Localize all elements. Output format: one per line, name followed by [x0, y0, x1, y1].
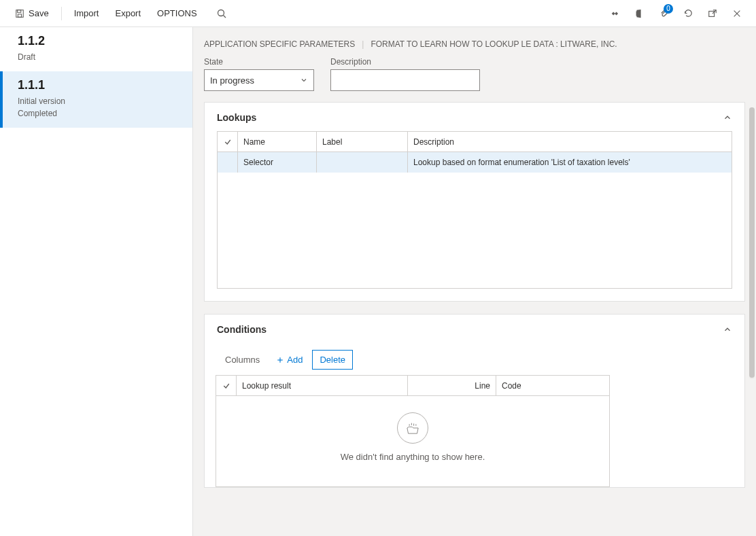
lookups-title: Lookups — [217, 112, 256, 123]
svg-rect-6 — [615, 12, 618, 15]
header-fields: State In progress Description — [193, 57, 756, 102]
version-subtitle: Initial version — [18, 95, 177, 107]
plus-icon — [276, 356, 284, 364]
cell-name: Selector — [238, 152, 317, 173]
breadcrumb-separator: | — [362, 39, 364, 49]
chevron-up-icon — [723, 325, 732, 334]
options-button[interactable]: OPTIONS — [150, 4, 204, 22]
search-icon — [216, 8, 227, 19]
empty-folder-icon — [397, 412, 428, 444]
column-select[interactable] — [216, 376, 237, 396]
conditions-header[interactable]: Conditions — [205, 315, 744, 343]
search-button[interactable] — [211, 3, 233, 24]
svg-rect-5 — [612, 12, 615, 15]
row-select[interactable] — [218, 152, 238, 173]
refresh-icon — [683, 8, 693, 18]
close-button[interactable] — [726, 3, 748, 24]
column-name[interactable]: Name — [238, 132, 317, 152]
columns-button[interactable]: Columns — [218, 351, 267, 369]
refresh-button[interactable] — [677, 3, 699, 24]
check-icon — [224, 138, 232, 146]
column-lookup-result[interactable]: Lookup result — [237, 376, 408, 396]
version-title: 1.1.1 — [18, 78, 177, 92]
import-button[interactable]: Import — [67, 4, 106, 22]
description-label: Description — [330, 57, 480, 67]
version-status: Draft — [18, 51, 177, 63]
delete-button[interactable]: Delete — [312, 350, 353, 370]
description-input[interactable] — [330, 69, 480, 91]
version-status: Completed — [18, 107, 177, 120]
table-header-row: Lookup result Line Code — [216, 376, 609, 396]
lookups-table: Name Label Description Selector Lookup b… — [217, 131, 732, 289]
breadcrumb-right: FORMAT TO LEARN HOW TO LOOKUP LE DATA : … — [371, 39, 617, 49]
check-icon — [222, 382, 230, 390]
column-select[interactable] — [218, 132, 238, 152]
cell-label — [317, 152, 408, 173]
column-line[interactable]: Line — [408, 376, 496, 396]
table-empty-space — [218, 173, 732, 288]
main-content: APPLICATION SPECIFIC PARAMETERS | FORMAT… — [193, 27, 756, 536]
separator — [61, 7, 62, 20]
action-toolbar: Save Import Export OPTIONS 0 — [0, 0, 756, 27]
svg-rect-7 — [709, 11, 715, 16]
table-header-row: Name Label Description — [218, 132, 732, 152]
lookups-header[interactable]: Lookups — [205, 103, 744, 131]
connector-icon-button[interactable] — [604, 3, 625, 24]
close-icon — [732, 9, 742, 18]
save-label: Save — [29, 8, 49, 18]
conditions-toolbar: Columns Add Delete — [205, 343, 744, 375]
chevron-up-icon — [723, 113, 732, 122]
diamond-icon — [610, 9, 619, 18]
version-item-111[interactable]: 1.1.1 Initial version Completed — [0, 71, 192, 128]
attachments-button[interactable]: 0 — [653, 3, 674, 24]
office-icon-button[interactable] — [628, 3, 650, 24]
state-value: In progress — [210, 75, 254, 86]
empty-state: We didn't find anything to show here. — [216, 396, 609, 486]
add-button[interactable]: Add — [269, 351, 309, 369]
empty-text: We didn't find anything to show here. — [341, 452, 485, 462]
state-select[interactable]: In progress — [204, 69, 314, 91]
scrollbar-thumb[interactable] — [749, 107, 755, 378]
conditions-table: Lookup result Line Code — [216, 375, 610, 487]
svg-rect-2 — [18, 14, 21, 16]
scrollbar[interactable] — [749, 107, 755, 379]
column-label[interactable]: Label — [317, 132, 408, 152]
popout-icon — [708, 9, 717, 18]
conditions-title: Conditions — [217, 324, 267, 335]
office-icon — [634, 9, 644, 18]
cell-description: Lookup based on format enumeration 'List… — [408, 152, 732, 173]
save-icon — [15, 9, 24, 18]
svg-line-4 — [223, 15, 226, 18]
breadcrumb: APPLICATION SPECIFIC PARAMETERS | FORMAT… — [193, 27, 756, 57]
version-sidebar: 1.1.2 Draft 1.1.1 Initial version Comple… — [0, 27, 193, 536]
popout-button[interactable] — [702, 3, 723, 24]
save-button[interactable]: Save — [8, 4, 56, 22]
export-button[interactable]: Export — [108, 4, 148, 22]
version-title: 1.1.2 — [18, 34, 177, 48]
chevron-down-icon — [300, 76, 308, 84]
svg-rect-1 — [18, 10, 21, 12]
column-description[interactable]: Description — [408, 132, 732, 152]
lookups-panel: Lookups Name Label Description — [204, 102, 745, 302]
breadcrumb-left: APPLICATION SPECIFIC PARAMETERS — [204, 39, 355, 49]
table-row[interactable]: Selector Lookup based on format enumerat… — [218, 152, 732, 173]
column-code[interactable]: Code — [496, 376, 609, 396]
conditions-panel: Conditions Columns Add Delete — [204, 314, 745, 488]
svg-point-3 — [218, 10, 224, 16]
state-label: State — [204, 57, 314, 67]
version-item-112[interactable]: 1.1.2 Draft — [0, 27, 192, 71]
attachment-count: 0 — [664, 4, 673, 14]
